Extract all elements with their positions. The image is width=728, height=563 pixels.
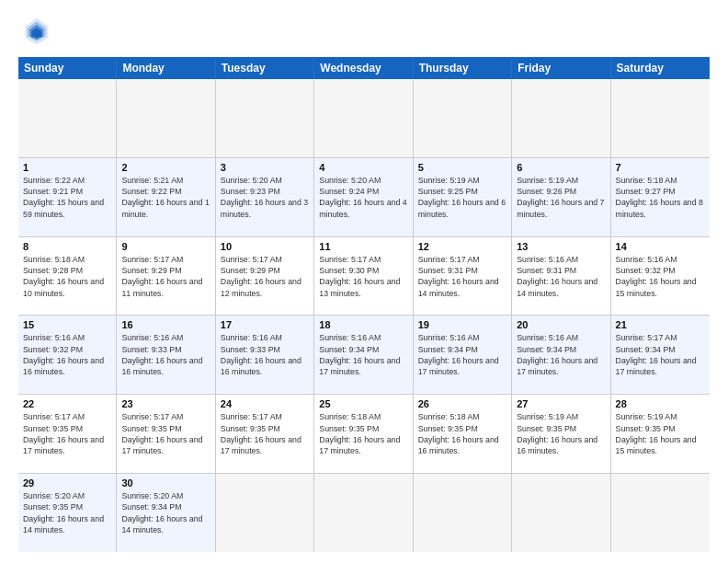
week-row-2: 8Sunrise: 5:18 AM Sunset: 9:28 PM Daylig… (18, 237, 710, 316)
day-info: Sunrise: 5:16 AM Sunset: 9:31 PM Dayligh… (517, 254, 605, 299)
day-info: Sunrise: 5:17 AM Sunset: 9:30 PM Dayligh… (319, 254, 407, 299)
empty-cell (314, 79, 413, 157)
day-number: 20 (517, 319, 605, 330)
empty-cell (611, 474, 710, 552)
day-info: Sunrise: 5:18 AM Sunset: 9:35 PM Dayligh… (418, 411, 506, 456)
day-cell-8: 8Sunrise: 5:18 AM Sunset: 9:28 PM Daylig… (18, 237, 117, 316)
empty-cell (216, 474, 314, 552)
day-number: 24 (221, 398, 309, 409)
week-row-0 (18, 79, 710, 158)
day-info: Sunrise: 5:19 AM Sunset: 9:25 PM Dayligh… (418, 175, 506, 220)
day-info: Sunrise: 5:20 AM Sunset: 9:34 PM Dayligh… (121, 490, 210, 535)
day-info: Sunrise: 5:17 AM Sunset: 9:29 PM Dayligh… (121, 254, 210, 299)
day-number: 16 (121, 319, 210, 330)
day-number: 12 (418, 241, 506, 252)
day-info: Sunrise: 5:18 AM Sunset: 9:35 PM Dayligh… (319, 411, 407, 456)
header-day-monday: Monday (117, 57, 215, 79)
day-number: 7 (616, 162, 705, 173)
day-cell-26: 26Sunrise: 5:18 AM Sunset: 9:35 PM Dayli… (414, 395, 512, 473)
day-number: 11 (319, 241, 407, 252)
day-number: 28 (616, 398, 705, 409)
day-cell-14: 14Sunrise: 5:16 AM Sunset: 9:32 PM Dayli… (611, 237, 710, 316)
week-row-4: 22Sunrise: 5:17 AM Sunset: 9:35 PM Dayli… (18, 395, 710, 474)
day-cell-17: 17Sunrise: 5:16 AM Sunset: 9:33 PM Dayli… (216, 316, 314, 394)
day-cell-25: 25Sunrise: 5:18 AM Sunset: 9:35 PM Dayli… (314, 395, 413, 473)
day-number: 25 (319, 398, 407, 409)
empty-cell (414, 474, 512, 552)
day-info: Sunrise: 5:17 AM Sunset: 9:35 PM Dayligh… (121, 411, 210, 456)
day-number: 4 (319, 162, 407, 173)
day-info: Sunrise: 5:16 AM Sunset: 9:32 PM Dayligh… (23, 332, 111, 377)
header-day-sunday: Sunday (18, 57, 117, 79)
day-info: Sunrise: 5:17 AM Sunset: 9:31 PM Dayligh… (418, 254, 506, 299)
empty-cell (18, 79, 117, 157)
week-row-5: 29Sunrise: 5:20 AM Sunset: 9:35 PM Dayli… (18, 474, 710, 552)
day-info: Sunrise: 5:21 AM Sunset: 9:22 PM Dayligh… (121, 175, 210, 220)
day-number: 26 (418, 398, 506, 409)
day-number: 27 (517, 398, 605, 409)
day-cell-3: 3Sunrise: 5:20 AM Sunset: 9:23 PM Daylig… (216, 158, 314, 236)
day-info: Sunrise: 5:20 AM Sunset: 9:23 PM Dayligh… (221, 175, 309, 220)
day-cell-1: 1Sunrise: 5:22 AM Sunset: 9:21 PM Daylig… (18, 158, 117, 236)
day-cell-28: 28Sunrise: 5:19 AM Sunset: 9:35 PM Dayli… (611, 395, 710, 473)
day-cell-18: 18Sunrise: 5:16 AM Sunset: 9:34 PM Dayli… (314, 316, 413, 394)
day-cell-11: 11Sunrise: 5:17 AM Sunset: 9:30 PM Dayli… (314, 237, 413, 316)
day-cell-16: 16Sunrise: 5:16 AM Sunset: 9:33 PM Dayli… (117, 316, 215, 394)
day-number: 18 (319, 319, 407, 330)
day-number: 23 (121, 398, 210, 409)
week-row-3: 15Sunrise: 5:16 AM Sunset: 9:32 PM Dayli… (18, 316, 710, 395)
day-info: Sunrise: 5:16 AM Sunset: 9:34 PM Dayligh… (418, 332, 506, 377)
day-info: Sunrise: 5:17 AM Sunset: 9:29 PM Dayligh… (221, 254, 309, 299)
logo-icon (18, 15, 51, 48)
calendar: SundayMondayTuesdayWednesdayThursdayFrid… (18, 57, 710, 552)
day-cell-9: 9Sunrise: 5:17 AM Sunset: 9:29 PM Daylig… (117, 237, 215, 316)
empty-cell (611, 79, 710, 157)
day-info: Sunrise: 5:18 AM Sunset: 9:28 PM Dayligh… (23, 254, 111, 299)
calendar-header: SundayMondayTuesdayWednesdayThursdayFrid… (18, 57, 710, 79)
empty-cell (512, 79, 610, 157)
day-info: Sunrise: 5:17 AM Sunset: 9:35 PM Dayligh… (221, 411, 309, 456)
day-cell-13: 13Sunrise: 5:16 AM Sunset: 9:31 PM Dayli… (512, 237, 610, 316)
day-number: 9 (121, 241, 210, 252)
day-number: 30 (121, 477, 210, 488)
day-number: 10 (221, 241, 309, 252)
day-info: Sunrise: 5:18 AM Sunset: 9:27 PM Dayligh… (616, 175, 705, 220)
day-info: Sunrise: 5:19 AM Sunset: 9:26 PM Dayligh… (517, 175, 605, 220)
header-day-thursday: Thursday (414, 57, 512, 79)
header-day-friday: Friday (512, 57, 610, 79)
day-number: 8 (23, 241, 111, 252)
day-cell-29: 29Sunrise: 5:20 AM Sunset: 9:35 PM Dayli… (18, 474, 117, 552)
day-cell-7: 7Sunrise: 5:18 AM Sunset: 9:27 PM Daylig… (611, 158, 710, 236)
empty-cell (414, 79, 512, 157)
day-info: Sunrise: 5:22 AM Sunset: 9:21 PM Dayligh… (23, 175, 111, 220)
day-number: 2 (121, 162, 210, 173)
day-number: 13 (517, 241, 605, 252)
header-day-saturday: Saturday (611, 57, 710, 79)
week-row-1: 1Sunrise: 5:22 AM Sunset: 9:21 PM Daylig… (18, 158, 710, 237)
day-number: 1 (23, 162, 111, 173)
day-cell-10: 10Sunrise: 5:17 AM Sunset: 9:29 PM Dayli… (216, 237, 314, 316)
day-number: 6 (517, 162, 605, 173)
day-cell-2: 2Sunrise: 5:21 AM Sunset: 9:22 PM Daylig… (117, 158, 215, 236)
day-number: 21 (616, 319, 705, 330)
day-cell-30: 30Sunrise: 5:20 AM Sunset: 9:34 PM Dayli… (117, 474, 215, 552)
day-info: Sunrise: 5:16 AM Sunset: 9:34 PM Dayligh… (517, 332, 605, 377)
header (18, 15, 710, 48)
day-cell-12: 12Sunrise: 5:17 AM Sunset: 9:31 PM Dayli… (414, 237, 512, 316)
day-number: 22 (23, 398, 111, 409)
day-cell-21: 21Sunrise: 5:17 AM Sunset: 9:34 PM Dayli… (611, 316, 710, 394)
header-day-wednesday: Wednesday (314, 57, 413, 79)
day-info: Sunrise: 5:17 AM Sunset: 9:35 PM Dayligh… (23, 411, 111, 456)
day-info: Sunrise: 5:20 AM Sunset: 9:35 PM Dayligh… (23, 490, 111, 535)
day-cell-4: 4Sunrise: 5:20 AM Sunset: 9:24 PM Daylig… (314, 158, 413, 236)
day-number: 29 (23, 477, 111, 488)
day-number: 3 (221, 162, 309, 173)
day-number: 19 (418, 319, 506, 330)
day-cell-19: 19Sunrise: 5:16 AM Sunset: 9:34 PM Dayli… (414, 316, 512, 394)
day-info: Sunrise: 5:16 AM Sunset: 9:32 PM Dayligh… (616, 254, 705, 299)
day-info: Sunrise: 5:19 AM Sunset: 9:35 PM Dayligh… (517, 411, 605, 456)
day-info: Sunrise: 5:16 AM Sunset: 9:33 PM Dayligh… (221, 332, 309, 377)
day-info: Sunrise: 5:20 AM Sunset: 9:24 PM Dayligh… (319, 175, 407, 220)
day-number: 15 (23, 319, 111, 330)
day-cell-22: 22Sunrise: 5:17 AM Sunset: 9:35 PM Dayli… (18, 395, 117, 473)
